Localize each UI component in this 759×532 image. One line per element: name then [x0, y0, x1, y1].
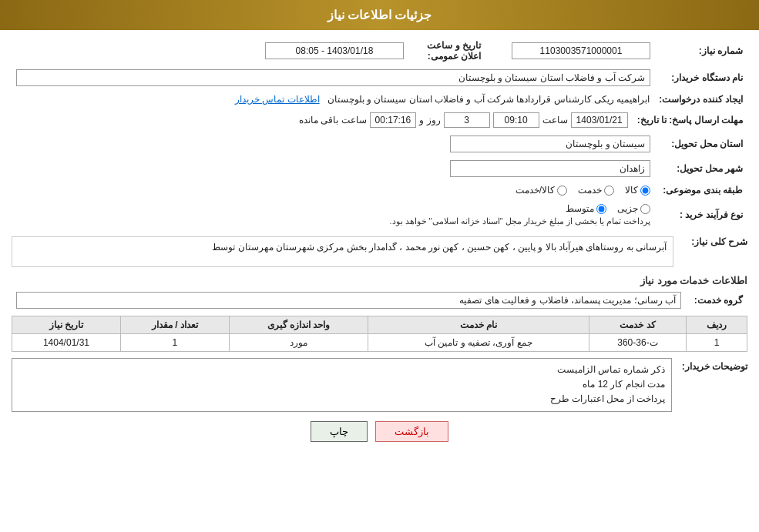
mohlat-label: مهلت ارسال پاسخ: تا تاریخ: [633, 110, 747, 130]
page-wrapper: جزئیات اطلاعات نیاز شماره نیاز: 11030035… [0, 0, 759, 532]
nooe-motavasset-radio[interactable] [596, 204, 606, 214]
tabaqe-kala-khedmat-label: کالا/خدمت [516, 185, 555, 196]
nooe-jozi-label: جزیی [617, 203, 638, 214]
ostan-row: استان محل تحویل: سیستان و بلوچستان [12, 133, 747, 155]
tosihaat-value: ذکر شماره تماس الزامیستمدت انجام کار 12 … [12, 358, 672, 412]
mohlat-mande: 00:17:16 [370, 112, 417, 128]
shahr-value: زاهدان [450, 160, 650, 177]
tabaqe-kala-khedmat-radio[interactable] [557, 186, 567, 196]
mohlat-roz-label: روز و [419, 115, 440, 125]
ijad-row: ایجاد کننده درخواست: ابراهیمیه ریکی کارش… [12, 92, 747, 107]
main-content: شماره نیاز: 1103003571000001 تاریخ و ساع… [0, 30, 759, 456]
col-radif: ردیف [687, 316, 747, 334]
ijad-label: ایجاد کننده درخواست: [654, 92, 747, 107]
mohlat-date-row: 1403/01/21 ساعت 09:10 3 روز و 00:17:16 س… [16, 112, 628, 128]
cell-vahed: مورد [229, 334, 368, 352]
tabaqe-row: طبقه بندی موضوعی: کالا خدمت [12, 182, 747, 198]
sharh-label: شرح کلی نیاز: [678, 233, 747, 247]
nooe-jozi-item: جزیی [617, 203, 650, 214]
print-button[interactable]: چاپ [311, 421, 368, 442]
dastasgah-value: شرکت آب و فاضلاب استان سیستان و بلوچستان [16, 69, 650, 86]
tabaqe-khedmat-label: خدمت [578, 185, 602, 196]
tarikhe-elan-label: تاریخ و ساعت اعلان عمومی: [408, 38, 485, 64]
mohlat-saat-label: ساعت [542, 115, 568, 125]
nooe-motavasset-label: متوسط [566, 203, 594, 214]
tabaqe-radio-group: کالا خدمت کالا/خدمت [16, 185, 650, 196]
page-header: جزئیات اطلاعات نیاز [0, 0, 759, 30]
nooe-label: نوع فرآیند خرید : [655, 201, 747, 229]
ijad-link[interactable]: اطلاعات تماس خریدار [235, 94, 320, 105]
mohlat-saat: 09:10 [493, 112, 539, 128]
tarikhe-elan-value: 1403/01/18 - 08:05 [265, 42, 404, 59]
col-kod: کد خدمت [589, 316, 687, 334]
tosihaat-container: توضیحات خریدار: ذکر شماره تماس الزامیستم… [12, 358, 747, 412]
tosihaat-label: توضیحات خریدار: [678, 358, 747, 372]
tabaqe-kala-label: کالا [625, 185, 638, 196]
shahr-label: شهر محل تحویل: [655, 158, 747, 179]
mohlat-roz: 3 [444, 112, 490, 128]
mohlat-mande-label: ساعت باقی مانده [299, 115, 367, 125]
tabaqe-khedmat-radio[interactable] [604, 186, 614, 196]
shahr-row: شهر محل تحویل: زاهدان [12, 158, 747, 179]
back-button[interactable]: بازگشت [375, 421, 448, 442]
cell-tedaad: 1 [120, 334, 229, 352]
table-row: 1ت-36-360جمع آوری، تصفیه و تامین آبمورد1… [12, 334, 747, 352]
cell-radif: 1 [687, 334, 747, 352]
page-title: جزئیات اطلاعات نیاز [327, 8, 432, 22]
cell-name: جمع آوری، تصفیه و تامین آب [368, 334, 589, 352]
tabaqe-label: طبقه بندی موضوعی: [655, 182, 747, 198]
dastasgah-label: نام دستگاه خریدار: [655, 67, 747, 89]
top-info-row: شماره نیاز: 1103003571000001 تاریخ و ساع… [12, 38, 747, 64]
nooe-radio-group: جزیی متوسط [16, 203, 650, 214]
tabaqe-kala-item: کالا [625, 185, 650, 196]
nooe-jozi-radio[interactable] [640, 204, 650, 214]
grooh-value: آب رسانی؛ مدیریت پسماند، فاضلاب و فعالیت… [16, 292, 681, 309]
shomara-niaz-label: شماره نیاز: [655, 38, 747, 64]
mohlat-row: مهلت ارسال پاسخ: تا تاریخ: 1403/01/21 سا… [12, 110, 747, 130]
ijad-value: ابراهیمیه ریکی کارشناس قراردادها شرکت آب… [327, 94, 650, 105]
col-vahed: واحد اندازه گیری [229, 316, 368, 334]
col-tedaad: تعداد / مقدار [120, 316, 229, 334]
cell-kod: ت-36-360 [589, 334, 687, 352]
col-tarikh: تاریخ نیاز [12, 316, 121, 334]
grooh-row: گروه خدمت: آب رسانی؛ مدیریت پسماند، فاضل… [12, 289, 747, 311]
shomara-niaz-value: 1103003571000001 [512, 42, 650, 59]
button-row: بازگشت چاپ [12, 421, 747, 442]
tabaqe-khedmat-item: خدمت [578, 185, 614, 196]
nooe-motavasset-item: متوسط [566, 203, 606, 214]
nooe-note: پرداخت تمام یا بخشی از مبلغ خریدار مجل "… [16, 216, 650, 226]
services-table: ردیف کد خدمت نام خدمت واحد اندازه گیری ت… [12, 316, 747, 352]
sharh-row: شرح کلی نیاز: آبرسانی به روستاهای هیرآبا… [12, 233, 747, 270]
dastasgah-row: نام دستگاه خریدار: شرکت آب و فاضلاب استا… [12, 67, 747, 89]
ostan-label: استان محل تحویل: [655, 133, 747, 155]
tabaqe-kala-radio[interactable] [640, 186, 650, 196]
nooe-row: نوع فرآیند خرید : جزیی متوسط پرداخت تمام… [12, 201, 747, 229]
ostan-value: سیستان و بلوچستان [450, 136, 650, 152]
khadamat-section-title: اطلاعات خدمات مورد نیاز [12, 275, 747, 286]
sharh-value: آبرسانی به روستاهای هیرآباد بالا و پایین… [12, 236, 673, 267]
mohlat-date: 1403/01/21 [571, 112, 628, 128]
tabaqe-kala-khedmat-item: کالا/خدمت [516, 185, 567, 196]
grooh-label: گروه خدمت: [686, 289, 747, 311]
col-name: نام خدمت [368, 316, 589, 334]
cell-tarikh: 1404/01/31 [12, 334, 121, 352]
